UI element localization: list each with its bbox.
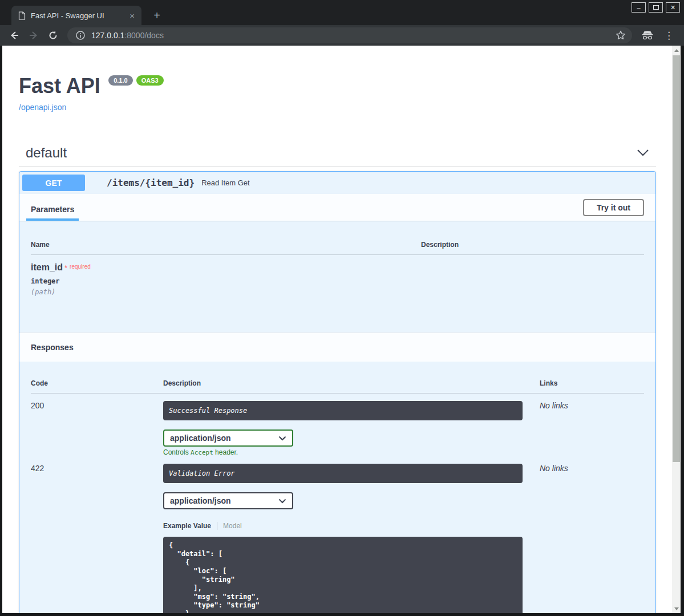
opblock-get: GET /items/{item_id} Read Item Get Param… [19, 171, 656, 613]
url-text: 127.0.0.1:8000/docs [91, 31, 164, 40]
chevron-down-icon[interactable] [637, 149, 649, 157]
api-info: Fast API 0.1.0 OAS3 /openapi.json [19, 74, 656, 112]
bookmark-star-icon[interactable] [615, 30, 626, 41]
media-type-value: application/json [170, 496, 231, 505]
address-bar[interactable]: 127.0.0.1:8000/docs [67, 27, 632, 43]
tab-model[interactable]: Model [217, 522, 242, 530]
forward-icon[interactable] [26, 28, 41, 43]
col-header-code: Code [31, 379, 163, 387]
version-badge: 0.1.0 [108, 75, 132, 86]
required-label: required [70, 264, 91, 270]
media-type-select-200[interactable]: application/json [163, 429, 293, 447]
browser-menu-icon[interactable]: ⋮ [664, 30, 674, 42]
example-json-code: { "detail": [ { "loc": [ "string" ], "ms… [169, 541, 517, 613]
maximize-icon [653, 5, 659, 10]
accept-code: Accept [191, 449, 213, 456]
minimize-button[interactable]: – [632, 2, 646, 13]
back-icon[interactable] [7, 28, 22, 43]
scrollbar-thumb[interactable] [673, 55, 680, 462]
parameters-table: Name Description item_id*required intege… [19, 221, 655, 333]
url-path: :8000/docs [124, 31, 164, 40]
parameter-name: item_id [31, 262, 63, 272]
toolbar-right: ⋮ [641, 30, 674, 42]
reload-icon[interactable] [46, 28, 60, 43]
maximize-button[interactable] [649, 2, 663, 13]
response-row-200: 200 Successful Response application/json… [31, 394, 644, 456]
oas3-badge: OAS3 [136, 75, 164, 86]
page-icon [18, 11, 26, 20]
col-header-description: Description [421, 241, 644, 249]
get-method-button[interactable]: GET [22, 175, 85, 191]
close-window-button[interactable]: ✕ [666, 2, 680, 13]
tab-bar: – ✕ Fast API - Swagger UI × + [0, 0, 684, 25]
col-header-name: Name [31, 241, 421, 249]
url-host: 127.0.0.1 [91, 31, 124, 40]
parameter-row: item_id*required integer (path) [31, 255, 644, 296]
site-info-icon[interactable] [75, 30, 86, 40]
new-tab-button[interactable]: + [149, 8, 164, 23]
response-description-panel: Validation Error [163, 464, 523, 483]
browser-window: – ✕ Fast API - Swagger UI × + [0, 0, 684, 616]
parameter-type: integer [31, 277, 644, 285]
tab-title: Fast API - Swagger UI [31, 11, 127, 20]
operation-description: Read Item Get [201, 179, 250, 187]
parameters-header: Parameters Try it out [19, 194, 655, 221]
api-title: Fast API [19, 74, 100, 98]
tag-section-default[interactable]: default [19, 145, 656, 167]
parameter-location: (path) [31, 288, 644, 296]
links-value: No links [540, 464, 644, 613]
operation-path: /items/{item_id} [107, 177, 195, 188]
responses-header: Responses [19, 333, 655, 362]
window-controls: – ✕ [632, 2, 680, 13]
window-frame [0, 613, 684, 616]
tab-example-value[interactable]: Example Value [163, 522, 217, 530]
page-content: Fast API 0.1.0 OAS3 /openapi.json defaul… [2, 46, 672, 613]
scroll-up-arrow[interactable] [672, 46, 681, 55]
links-value: No links [540, 401, 644, 456]
tag-title: default [26, 145, 67, 161]
incognito-icon [641, 30, 654, 40]
scroll-down-arrow[interactable] [672, 604, 681, 613]
example-json-panel: { "detail": [ { "loc": [ "string" ], "ms… [163, 537, 523, 613]
tab-parameters[interactable]: Parameters [26, 205, 79, 221]
col-header-resp-description: Description [163, 379, 540, 387]
media-type-value: application/json [170, 433, 231, 443]
vertical-scrollbar[interactable] [672, 46, 681, 613]
response-description-panel: Successful Response [163, 401, 523, 420]
response-row-422: 422 Validation Error application/json Ex… [31, 456, 644, 613]
select-chevron-icon [278, 499, 286, 504]
operation-summary[interactable]: GET /items/{item_id} Read Item Get [19, 172, 655, 194]
openapi-spec-link[interactable]: /openapi.json [19, 103, 656, 112]
media-type-select-422[interactable]: application/json [163, 492, 293, 509]
browser-toolbar: 127.0.0.1:8000/docs ⋮ [0, 25, 684, 46]
select-chevron-icon [278, 436, 286, 441]
required-star: * [64, 264, 67, 272]
response-code: 422 [31, 464, 163, 613]
try-it-out-button[interactable]: Try it out [583, 199, 644, 216]
response-code: 200 [31, 401, 163, 456]
browser-tab[interactable]: Fast API - Swagger UI × [11, 6, 141, 25]
example-model-tabs: Example Value Model [163, 522, 540, 530]
col-header-links: Links [540, 379, 644, 387]
tab-close-icon[interactable]: × [127, 11, 137, 21]
accept-header-note: Controls Accept header. [163, 448, 540, 456]
responses-table: Code Description Links 200 Successful Re… [19, 362, 655, 613]
